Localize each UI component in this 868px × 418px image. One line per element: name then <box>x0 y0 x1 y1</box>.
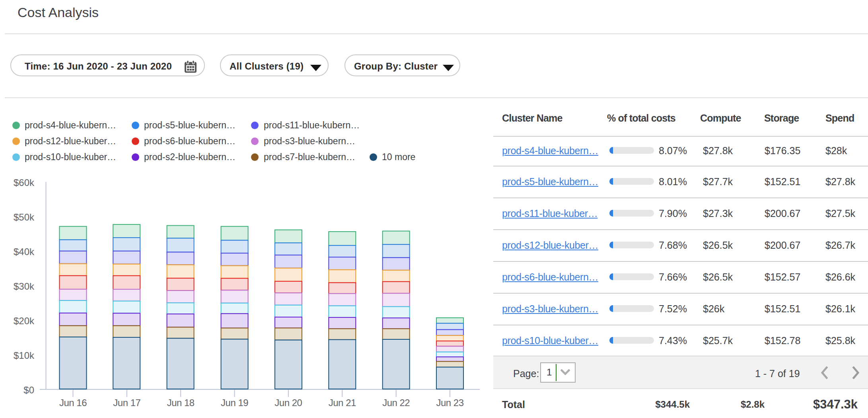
svg-text:$30k: $30k <box>14 281 35 292</box>
svg-text:Jun 16: Jun 16 <box>59 397 87 408</box>
svg-text:$10k: $10k <box>14 350 35 361</box>
svg-text:$20k: $20k <box>14 315 35 326</box>
svg-text:Jun 19: Jun 19 <box>221 397 248 408</box>
svg-text:Jun 18: Jun 18 <box>167 397 195 408</box>
svg-text:$60k: $60k <box>14 177 35 188</box>
svg-text:Jun 22: Jun 22 <box>382 397 410 408</box>
svg-text:Jun 23: Jun 23 <box>436 397 463 408</box>
svg-text:$50k: $50k <box>14 212 35 223</box>
svg-text:Jun 21: Jun 21 <box>329 397 356 408</box>
svg-text:$40k: $40k <box>14 246 35 257</box>
svg-text:Jun 20: Jun 20 <box>274 397 302 408</box>
svg-text:Jun 17: Jun 17 <box>113 397 140 408</box>
svg-text:$0: $0 <box>23 385 34 395</box>
